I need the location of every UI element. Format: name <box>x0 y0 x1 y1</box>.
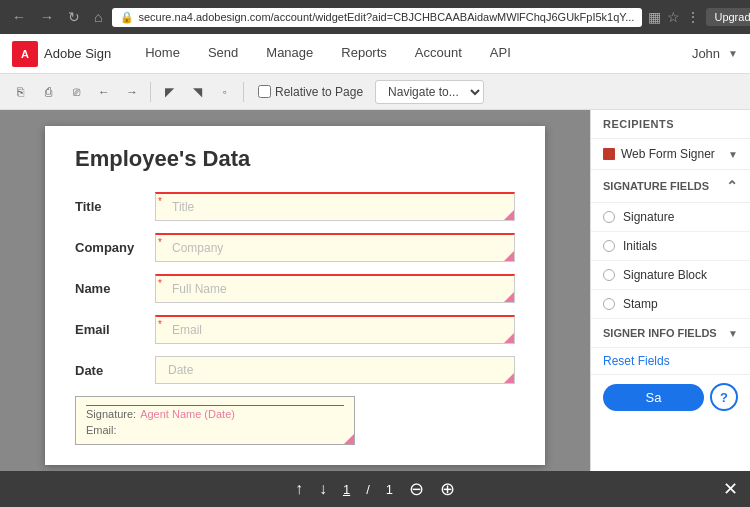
field-item-initials[interactable]: Initials <box>591 232 750 261</box>
page-up-button[interactable]: ↑ <box>295 480 303 498</box>
signer-color-box <box>603 148 615 160</box>
form-row-company: Company * Company <box>75 233 515 262</box>
nav-api[interactable]: API <box>476 34 525 74</box>
address-bar[interactable]: 🔒 secure.na4.adobesign.com/account/widge… <box>112 8 642 27</box>
nav-manage[interactable]: Manage <box>252 34 327 74</box>
toolbar-separator-1 <box>150 82 151 102</box>
field-radio-stamp <box>603 298 615 310</box>
tool-arrange-1[interactable]: ◤ <box>157 80 181 104</box>
adobe-sign-text: Adobe Sign <box>44 46 111 61</box>
recipients-section-header: RECIPIENTS <box>591 110 750 139</box>
required-star-name: * <box>158 278 162 289</box>
form-field-date[interactable]: Date <box>155 356 515 384</box>
reset-fields-link[interactable]: Reset Fields <box>591 348 750 375</box>
form-field-name[interactable]: * Full Name <box>155 274 515 303</box>
form-label-email: Email <box>75 322 155 337</box>
field-label-signature: Signature <box>623 210 674 224</box>
form-label-company: Company <box>75 240 155 255</box>
adobe-logo: A Adobe Sign <box>12 41 111 67</box>
nav-reports[interactable]: Reports <box>327 34 401 74</box>
close-button[interactable]: ✕ <box>723 478 738 500</box>
toolbar: ⎘ ⎙ ⎚ ← → ◤ ◥ ◦ Relative to Page Navigat… <box>0 74 750 110</box>
tool-text-left[interactable]: ← <box>92 80 116 104</box>
form-field-company[interactable]: * Company <box>155 233 515 262</box>
user-dropdown-arrow[interactable]: ▼ <box>728 48 738 59</box>
signature-block-area[interactable]: Signature: Agent Name (Date) Email: <box>75 396 355 445</box>
field-label-initials: Initials <box>623 239 657 253</box>
tool-align-right[interactable]: ⎚ <box>64 80 88 104</box>
zoom-out-button[interactable]: ⊖ <box>409 478 424 500</box>
signer-info-expand-icon[interactable]: ▼ <box>728 328 738 339</box>
zoom-in-button[interactable]: ⊕ <box>440 478 455 500</box>
form-row-email: Email * Email <box>75 315 515 344</box>
lock-icon: 🔒 <box>120 11 134 24</box>
page-separator: / <box>366 482 370 497</box>
nav-home[interactable]: Home <box>131 34 194 74</box>
tool-arrange-2[interactable]: ◥ <box>185 80 209 104</box>
back-button[interactable]: ← <box>8 7 30 27</box>
form-label-title: Title <box>75 199 155 214</box>
required-star-title: * <box>158 196 162 207</box>
current-page: 1 <box>343 482 350 497</box>
nav-send[interactable]: Send <box>194 34 252 74</box>
field-radio-signature <box>603 211 615 223</box>
field-item-signature[interactable]: Signature <box>591 203 750 232</box>
help-panel-button[interactable]: ? <box>710 383 738 411</box>
relative-to-page[interactable]: Relative to Page <box>258 85 363 99</box>
reload-button[interactable]: ↻ <box>64 7 84 27</box>
user-name[interactable]: John <box>692 46 720 61</box>
document-area: Employee's Data Title * Title Company <box>0 110 590 471</box>
relative-label: Relative to Page <box>275 85 363 99</box>
signer-name-label: Web Form Signer <box>621 147 722 161</box>
tool-text-right[interactable]: → <box>120 80 144 104</box>
document-page: Employee's Data Title * Title Company <box>45 126 545 465</box>
field-label-stamp: Stamp <box>623 297 658 311</box>
field-radio-initials <box>603 240 615 252</box>
form-field-title[interactable]: * Title <box>155 192 515 221</box>
field-placeholder-title: Title <box>164 200 194 214</box>
tool-align-center[interactable]: ⎙ <box>36 80 60 104</box>
form-row-name: Name * Full Name <box>75 274 515 303</box>
nav-account[interactable]: Account <box>401 34 476 74</box>
navigate-dropdown[interactable]: Navigate to... <box>375 80 484 104</box>
form-label-name: Name <box>75 281 155 296</box>
signer-expand-icon[interactable]: ▼ <box>728 149 738 160</box>
form-label-date: Date <box>75 363 155 378</box>
field-label-signature-block: Signature Block <box>623 268 707 282</box>
page-down-button[interactable]: ↓ <box>319 480 327 498</box>
toolbar-separator-2 <box>243 82 244 102</box>
web-form-signer-row[interactable]: Web Form Signer ▼ <box>591 139 750 170</box>
recipients-label: RECIPIENTS <box>603 118 674 130</box>
form-field-email[interactable]: * Email <box>155 315 515 344</box>
upgrade-button[interactable]: Upgrade <box>706 8 750 26</box>
sig-block-corner <box>344 434 354 444</box>
form-row-date: Date Date <box>75 356 515 384</box>
field-item-stamp[interactable]: Stamp <box>591 290 750 319</box>
browser-actions: ▦ ☆ ⋮ Upgrade ? 👤 <box>648 6 750 28</box>
field-placeholder-date: Date <box>164 363 193 377</box>
save-button-area: Sa ? <box>591 375 750 419</box>
field-corner-date <box>504 373 514 383</box>
signature-block-sig-label: Signature: <box>86 408 136 420</box>
address-text: secure.na4.adobesign.com/account/widgetE… <box>138 11 634 23</box>
required-star-email: * <box>158 319 162 330</box>
home-button[interactable]: ⌂ <box>90 7 106 27</box>
field-item-signature-block[interactable]: Signature Block <box>591 261 750 290</box>
forward-button[interactable]: → <box>36 7 58 27</box>
field-placeholder-company: Company <box>164 241 223 255</box>
save-button[interactable]: Sa <box>603 384 704 411</box>
collapse-icon[interactable]: ⌃ <box>726 178 738 194</box>
app-header: A Adobe Sign Home Send Manage Reports Ac… <box>0 34 750 74</box>
relative-checkbox-input[interactable] <box>258 85 271 98</box>
signature-fields-header: Signature Fields ⌃ <box>591 170 750 203</box>
tool-align-left[interactable]: ⎘ <box>8 80 32 104</box>
tool-arrange-3[interactable]: ◦ <box>213 80 237 104</box>
star-icon[interactable]: ☆ <box>667 9 680 25</box>
menu-icon[interactable]: ⋮ <box>686 9 700 25</box>
required-star-company: * <box>158 237 162 248</box>
signer-info-label: Signer Info Fields <box>603 327 717 339</box>
field-corner-name <box>504 292 514 302</box>
extension-icon[interactable]: ▦ <box>648 9 661 25</box>
adobe-logo-box: A <box>12 41 38 67</box>
form-row-title: Title * Title <box>75 192 515 221</box>
